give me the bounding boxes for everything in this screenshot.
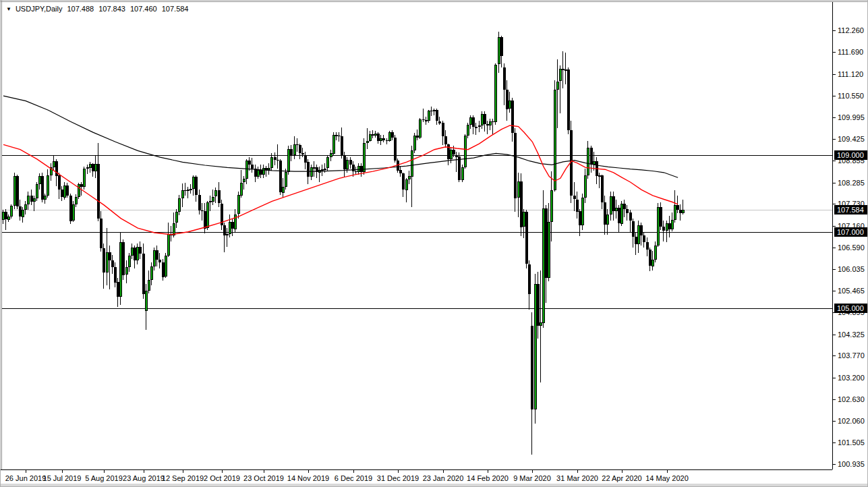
candle-bearish <box>514 133 517 198</box>
price-axis-tick <box>833 52 836 53</box>
candlestick-plot-area[interactable] <box>1 1 832 469</box>
price-axis-label: 109.995 <box>838 113 865 121</box>
candle-bullish <box>310 167 313 177</box>
time-axis-tick <box>264 470 264 473</box>
price-axis-label: 102.060 <box>838 417 865 425</box>
candle-bearish <box>221 204 223 225</box>
candle-wick <box>202 203 202 221</box>
chart-window: ▼USDJPY,Daily107.488107.843107.460107.58… <box>0 0 868 487</box>
collapse-chart-icon[interactable]: ▼ <box>6 6 11 12</box>
candle-bearish <box>397 161 399 171</box>
candle-bearish <box>596 161 598 176</box>
candle-bullish <box>559 69 562 81</box>
time-axis-label: 15 Jul 2019 <box>43 474 82 482</box>
candle-wick <box>227 228 227 247</box>
candle-bearish <box>402 173 405 190</box>
candle-wick <box>319 167 320 182</box>
time-axis-label: 23 Aug 2019 <box>123 474 165 482</box>
candle-bullish <box>214 190 217 196</box>
quote-close: 107.584 <box>162 5 189 13</box>
candle-bearish <box>676 205 679 210</box>
symbol-period-label: USDJPY,Daily <box>16 5 63 13</box>
price-axis-tick <box>833 291 836 291</box>
candle-bearish <box>660 207 662 227</box>
candle-wick <box>565 53 566 84</box>
time-axis-tick <box>104 470 105 473</box>
time-axis-tick <box>353 470 354 473</box>
price-axis-label: 103.770 <box>838 351 865 360</box>
price-axis-label: 105.465 <box>838 287 865 295</box>
candle-bullish <box>50 167 53 175</box>
price-axis-tick <box>833 378 836 378</box>
chart-title: ▼USDJPY,Daily107.488107.843107.460107.58… <box>6 5 188 13</box>
time-axis-label: 6 Dec 2019 <box>335 474 372 482</box>
candle-bullish <box>181 190 184 198</box>
candle-bearish <box>251 165 254 169</box>
candle-bearish <box>111 260 114 267</box>
candle-bullish <box>494 65 497 122</box>
price-axis-tick <box>833 161 836 161</box>
price-level-line[interactable] <box>2 308 832 309</box>
candle-wick <box>324 163 325 173</box>
candle-wick <box>243 176 244 190</box>
candle-wick <box>386 138 387 144</box>
candle-bullish <box>671 220 674 229</box>
candle-bearish <box>573 196 576 199</box>
price-axis-tick <box>833 96 836 96</box>
price-axis-tick <box>833 269 836 270</box>
time-axis-label: 14 Nov 2019 <box>287 474 329 482</box>
candle-bullish <box>234 214 237 229</box>
candle-bullish <box>22 210 24 217</box>
candle-bullish <box>167 234 170 256</box>
price-axis-label: 102.630 <box>838 395 865 403</box>
candle-bearish <box>643 235 645 242</box>
candle-wick <box>355 167 356 175</box>
candle-bearish <box>629 212 632 221</box>
candle-bullish <box>243 179 245 182</box>
candle-bearish <box>391 132 394 138</box>
candle-bullish <box>475 127 478 128</box>
price-axis-label: 100.935 <box>838 460 865 468</box>
time-axis-tick <box>62 470 63 473</box>
time-axis-label: 12 Sep 2019 <box>162 474 204 482</box>
candle-bearish <box>472 117 475 127</box>
candle-bullish <box>366 141 369 143</box>
time-axis-label: 31 Mar 2020 <box>556 474 598 482</box>
candle-wick <box>314 161 314 177</box>
candle-bearish <box>436 110 438 121</box>
candle-bearish <box>394 138 397 161</box>
price-axis[interactable]: 112.260111.690111.120110.550109.995109.4… <box>832 2 868 469</box>
price-axis-label: 106.590 <box>838 244 865 252</box>
candle-bullish <box>556 82 559 90</box>
price-level-line[interactable] <box>2 232 832 233</box>
time-axis-label: 9 Mar 2020 <box>513 474 551 482</box>
candle-bullish <box>464 136 467 167</box>
candle-bullish <box>652 260 654 266</box>
candle-bullish <box>145 291 148 311</box>
candle-bullish <box>190 189 192 190</box>
price-axis-label: 111.690 <box>838 48 863 56</box>
candle-bearish <box>290 149 293 156</box>
candle-bearish <box>528 264 531 294</box>
candle-bullish <box>173 223 175 235</box>
time-axis-label: 14 Feb 2020 <box>467 474 509 482</box>
quote-low: 107.460 <box>130 5 157 13</box>
candle-bearish <box>58 175 61 190</box>
candle-bullish <box>150 266 153 280</box>
candle-bullish <box>24 204 27 210</box>
candle-bullish <box>285 172 287 187</box>
candle-bullish <box>10 206 13 217</box>
candle-bullish <box>83 169 86 187</box>
price-level-line[interactable] <box>2 210 832 210</box>
price-axis-label: 111.120 <box>838 70 863 78</box>
candle-wick <box>417 130 417 140</box>
candle-bearish <box>299 145 301 153</box>
price-axis-label: 109.425 <box>838 135 865 143</box>
candle-bullish <box>326 157 329 168</box>
price-axis-label: 106.035 <box>838 265 865 273</box>
candle-bullish <box>270 157 273 168</box>
price-level-line[interactable] <box>2 155 832 156</box>
time-axis-label: 23 Jan 2020 <box>423 474 464 482</box>
candle-bearish <box>352 165 355 171</box>
candle-bearish <box>640 225 643 235</box>
